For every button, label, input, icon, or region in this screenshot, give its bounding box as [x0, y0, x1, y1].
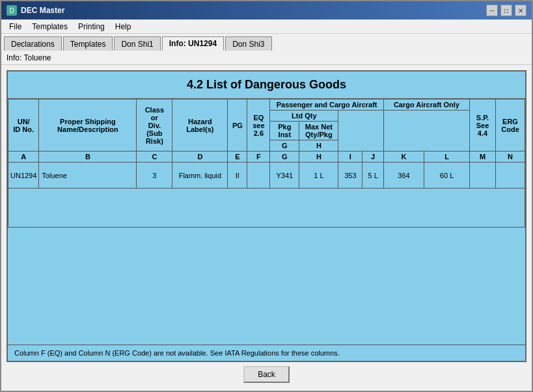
col-letter-L: L [424, 151, 470, 163]
cell-un-id: UN1294 [8, 163, 39, 189]
menu-printing[interactable]: Printing [73, 21, 110, 33]
cell-eq [247, 163, 270, 189]
cell-pkg-inst-g: Y341 [270, 163, 299, 189]
col-letter-G: G [270, 140, 299, 151]
dangerous-goods-panel: 4.2 List of Dangerous Goods UN/ ID No. P… [7, 70, 526, 362]
col-letter-F: F [247, 151, 270, 163]
col-header-A: UN/ ID No. [8, 99, 39, 151]
col-header-C: Class or Div. (Sub Risk) [137, 99, 172, 151]
col-header-H: Max Net Qty/Pkg [299, 122, 338, 140]
col-letter-G2: G [270, 151, 299, 163]
title-bar: D DEC Master ─ □ ✕ [1, 1, 532, 20]
tab-don-shi1[interactable]: Don Shi1 [114, 36, 160, 51]
col-header-N: ERG Code [496, 99, 525, 151]
table-row: UN1294 Toluene 3 Flamm. liquid II Y341 1… [8, 163, 525, 189]
col-letter-C: C [137, 151, 172, 163]
spacer-row [8, 189, 525, 228]
panel-title: 4.2 List of Dangerous Goods [8, 72, 525, 99]
back-button-area: Back [7, 362, 526, 385]
cell-max-qty-l: 60 L [424, 163, 470, 189]
menu-help[interactable]: Help [110, 21, 137, 33]
col-header-B: Proper Shipping Name/Description [39, 99, 137, 151]
col-letter-D: D [172, 151, 228, 163]
window-title: DEC Master [21, 6, 64, 15]
cell-pkg-inst-i: 353 [338, 163, 362, 189]
cell-pg: II [228, 163, 247, 189]
info-text: Info: Toluene [7, 53, 51, 62]
col-header-G: Pkg Inst [270, 122, 299, 140]
tab-don-shi3[interactable]: Don Shi3 [225, 36, 271, 51]
app-window: D DEC Master ─ □ ✕ File Templates Printi… [0, 0, 533, 392]
col-letter-A: A [8, 151, 39, 163]
menu-file[interactable]: File [4, 21, 27, 33]
content-area: 4.2 List of Dangerous Goods UN/ ID No. P… [1, 65, 532, 391]
menu-templates[interactable]: Templates [27, 21, 73, 33]
title-bar-left: D DEC Master [7, 5, 64, 16]
title-bar-controls: ─ □ ✕ [486, 5, 526, 16]
back-button[interactable]: Back [243, 366, 290, 383]
tab-declarations[interactable]: Declarations [4, 36, 62, 51]
col-letter-M: M [470, 151, 496, 163]
table-container: UN/ ID No. Proper Shipping Name/Descript… [8, 99, 525, 345]
passenger-cargo-header: Passenger and Cargo Aircraft [270, 99, 384, 111]
cell-hazard-labels: Flamm. liquid [172, 163, 228, 189]
col-header-F: EQ see 2.6 [247, 99, 270, 151]
col-letter-E: E [228, 151, 247, 163]
cell-class: 3 [137, 163, 172, 189]
pass-cargo-right-header [338, 111, 384, 151]
close-button[interactable]: ✕ [515, 5, 526, 16]
minimize-button[interactable]: ─ [486, 5, 498, 16]
col-header-E: PG [228, 99, 247, 151]
cell-pkg-inst-k: 364 [383, 163, 424, 189]
col-letter-K: K [383, 151, 424, 163]
col-header-D: Hazard Label(s) [172, 99, 228, 151]
col-letter-H: H [299, 140, 338, 151]
cargo-only-right-header [383, 111, 469, 151]
maximize-button[interactable]: □ [500, 5, 512, 16]
cell-sp [470, 163, 496, 189]
tab-templates[interactable]: Templates [63, 36, 113, 51]
col-letter-H2: H [299, 151, 338, 163]
col-letter-I: I [338, 151, 362, 163]
footer-note: Column F (EQ) and Column N (ERG Code) ar… [8, 345, 525, 361]
cell-max-qty-j: 5 L [362, 163, 384, 189]
ltd-qty-header: Ltd Qty [270, 111, 338, 122]
tab-bar: Declarations Templates Don Shi1 Info: UN… [1, 34, 532, 51]
cargo-only-header: Cargo Aircraft Only [383, 99, 469, 111]
dangerous-goods-table: UN/ ID No. Proper Shipping Name/Descript… [8, 99, 525, 228]
info-bar: Info: Toluene [1, 51, 532, 65]
tab-info-un1294[interactable]: Info: UN1294 [162, 36, 224, 51]
menu-bar: File Templates Printing Help [1, 20, 532, 34]
col-letter-N: N [496, 151, 525, 163]
col-letter-B: B [39, 151, 137, 163]
cell-max-qty-h: 1 L [299, 163, 338, 189]
cell-erg [496, 163, 525, 189]
cell-name: Toluene [39, 163, 137, 189]
app-icon: D [7, 5, 17, 16]
col-header-M: S.P. See 4.4 [470, 99, 496, 151]
col-letter-J: J [362, 151, 384, 163]
